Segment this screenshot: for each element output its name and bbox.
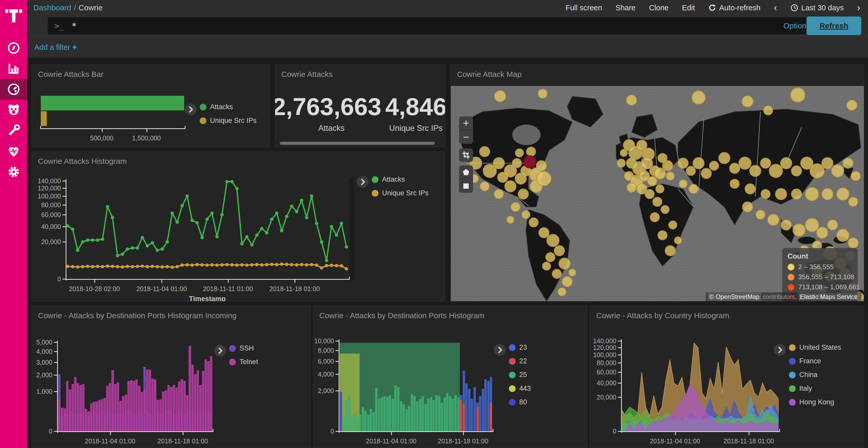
sidebar-item-wrench[interactable] xyxy=(0,120,27,141)
legend-item[interactable]: 23 xyxy=(509,343,531,351)
legend-toggle-icon[interactable] xyxy=(494,344,506,356)
legend-item[interactable]: 80 xyxy=(509,398,531,406)
legend-toggle-icon[interactable] xyxy=(357,176,369,188)
legend-item[interactable]: 25 xyxy=(509,371,531,379)
sidebar-item-timelion-face[interactable] xyxy=(0,100,27,120)
data-point xyxy=(131,265,134,268)
crop-bounds-button[interactable] xyxy=(459,148,473,162)
y-tick-mark xyxy=(63,279,66,279)
legend-item[interactable]: Attacks xyxy=(200,103,256,111)
sidebar-item-heartbeat[interactable] xyxy=(0,141,27,162)
bar-port-25 xyxy=(455,395,457,431)
brand-logo[interactable] xyxy=(0,0,27,38)
options-link[interactable]: Options xyxy=(783,22,810,30)
bar-telnet xyxy=(205,359,207,431)
bar-telnet xyxy=(64,408,66,431)
bar-port-25 xyxy=(422,396,424,431)
breadcrumb-dashboard-link[interactable]: Dashboard xyxy=(33,3,71,12)
legend-item[interactable]: 443 xyxy=(509,384,531,392)
search-input[interactable]: >_ * Options xyxy=(48,17,819,34)
legend-item[interactable]: SSH xyxy=(229,344,258,352)
zoom-in-button[interactable]: + xyxy=(459,116,473,130)
x-tick-label: 2018-11-04 01:00 xyxy=(136,285,187,292)
bar-port-25 xyxy=(375,388,377,431)
attack-bubble xyxy=(480,182,489,191)
legend-item[interactable]: China xyxy=(789,371,841,379)
query-row: >_ * Options Refresh xyxy=(27,15,868,36)
data-point xyxy=(161,247,164,251)
draw-rectangle-button[interactable] xyxy=(459,179,473,193)
bar-telnet xyxy=(82,384,85,431)
top-nav-bar: Dashboard/Cowrie Full screen Share Clone… xyxy=(27,0,868,15)
attack-bubble xyxy=(653,197,662,206)
attack-bubble xyxy=(536,161,547,171)
full-screen-button[interactable]: Full screen xyxy=(565,4,602,12)
legend-divider xyxy=(350,177,354,281)
time-range-picker[interactable]: Last 30 days xyxy=(790,4,844,12)
legend-toggle-icon[interactable] xyxy=(774,344,786,356)
legend-label: 25 xyxy=(519,371,527,379)
add-filter-link[interactable]: Add a filter + xyxy=(34,43,77,52)
data-point xyxy=(275,212,278,215)
x-tick-label: 2018-10-28 02:00 xyxy=(69,285,120,292)
data-point xyxy=(111,216,114,219)
data-point xyxy=(96,265,99,268)
data-point xyxy=(335,264,338,267)
legend-color-dot xyxy=(789,385,796,392)
legend-color-dot xyxy=(787,274,795,281)
legend-item[interactable]: France xyxy=(789,357,841,365)
horizontal-scrollbar[interactable] xyxy=(280,142,435,145)
sidebar-item-bar-chart[interactable] xyxy=(0,58,27,79)
bar-port-22 xyxy=(460,400,462,431)
attack-bubble xyxy=(658,153,667,163)
legend-label: 22 xyxy=(519,357,527,365)
legend-item[interactable]: 22 xyxy=(509,357,531,365)
bar-telnet xyxy=(58,400,60,431)
clone-button[interactable]: Clone xyxy=(649,4,669,12)
attack-bubble xyxy=(848,238,859,248)
draw-polygon-button[interactable] xyxy=(459,165,473,179)
attack-bubble xyxy=(568,269,576,276)
y-tick-label: 20,000 xyxy=(32,238,61,246)
refresh-button[interactable]: Refresh xyxy=(807,16,861,35)
attack-bubble xyxy=(546,252,555,262)
bar-port-23 xyxy=(465,383,468,431)
time-back-button[interactable]: ‹ xyxy=(774,2,777,13)
sidebar-item-gear[interactable] xyxy=(0,162,27,182)
legend-label: Attacks xyxy=(382,175,405,183)
y-tick-label: 140,000 xyxy=(32,177,61,185)
sidebar-item-compass[interactable] xyxy=(0,38,27,58)
data-point xyxy=(255,263,258,266)
attack-bubble xyxy=(522,211,530,219)
legend-item[interactable]: Unique Src IPs xyxy=(372,189,429,197)
share-button[interactable]: Share xyxy=(616,4,636,12)
legend-item[interactable]: Unique Src IPs xyxy=(200,117,256,125)
legend-label: Hong Kong xyxy=(799,398,834,406)
legend-toggle-icon[interactable] xyxy=(214,345,226,357)
sidebar-item-gauge[interactable] xyxy=(0,79,27,100)
bar-telnet xyxy=(122,396,124,431)
legend-item[interactable]: Telnet xyxy=(229,358,258,366)
time-forward-button[interactable]: › xyxy=(857,2,860,13)
y-tick-mark xyxy=(63,226,66,227)
legend-toggle-icon[interactable] xyxy=(185,103,196,115)
legend-item[interactable]: Italy xyxy=(789,384,841,392)
bar-telnet xyxy=(71,384,74,431)
panel-title: Cowrie Attacks Bar xyxy=(38,70,103,79)
auto-refresh-button[interactable]: Auto-refresh xyxy=(708,4,761,12)
attack-bubble xyxy=(658,231,667,240)
data-point xyxy=(305,216,308,219)
osm-link[interactable]: © OpenStreetMap xyxy=(708,292,761,301)
y-tick-label: 1,000 xyxy=(32,388,53,395)
legend-item[interactable]: Attacks xyxy=(372,175,429,183)
edit-button[interactable]: Edit xyxy=(682,4,695,12)
x-tick-mark xyxy=(749,432,749,435)
zoom-out-button[interactable]: − xyxy=(459,130,473,144)
y-tick-mark xyxy=(618,372,621,373)
ems-link[interactable]: Elastic Maps Service xyxy=(799,292,859,301)
world-map[interactable]: + − Count 2 – 356,555356,555 – 713,10871… xyxy=(451,86,864,301)
legend-item[interactable]: Hong Kong xyxy=(789,398,841,406)
data-point xyxy=(210,212,214,215)
data-point xyxy=(156,265,159,268)
legend-item[interactable]: United States xyxy=(789,343,841,351)
